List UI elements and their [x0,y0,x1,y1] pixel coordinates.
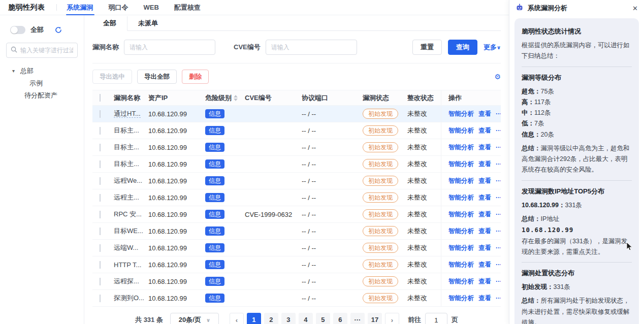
nav-tab[interactable]: 系统漏洞 [67,0,93,15]
more-actions-icon[interactable]: ··· [496,295,501,302]
smart-analysis-link[interactable]: 智能分析 [448,177,474,185]
nav-tab[interactable]: 弱口令 [109,0,128,15]
view-link[interactable]: 查看 [478,210,491,219]
refresh-icon[interactable] [55,26,62,34]
list-tab[interactable]: 全部 [92,16,127,31]
more-filters-link[interactable]: 更多∨ [484,43,501,52]
table-row[interactable]: 通过HT... 10.68.120.99 信息 -- / -- 初始发现 未整改… [92,106,501,122]
tree-node[interactable]: ▾ 待分配资产 [6,89,78,102]
row-checkbox[interactable] [100,160,101,168]
smart-analysis-link[interactable]: 智能分析 [448,294,474,303]
export-all-button[interactable]: 导出全部 [137,70,177,84]
view-link[interactable]: 查看 [478,277,491,286]
row-checkbox[interactable] [100,211,101,218]
select-all-checkbox[interactable] [100,94,101,102]
smart-analysis-link[interactable]: 智能分析 [448,261,474,269]
vuln-name-cell: 远程We... [114,176,148,185]
page-button[interactable]: 17 [368,313,382,324]
row-checkbox[interactable] [100,144,101,151]
close-icon[interactable]: ✕ [632,5,638,12]
more-actions-icon[interactable]: ··· [496,244,501,251]
view-link[interactable]: 查看 [478,110,491,118]
table-row[interactable]: 远端W... 10.68.120.99 信息 -- / -- 初始发现 未整改 … [92,240,501,256]
tree-search-input[interactable] [20,47,73,54]
smart-analysis-link[interactable]: 智能分析 [448,277,474,286]
prev-page-button[interactable]: ‹ [230,313,244,324]
more-actions-icon[interactable]: ··· [496,144,501,151]
tree-node[interactable]: ▾ 总部 [6,65,78,77]
nav-tab[interactable]: 配置核查 [174,0,201,15]
smart-analysis-link[interactable]: 智能分析 [448,244,474,252]
next-page-button[interactable]: › [385,313,399,324]
smart-analysis-link[interactable]: 智能分析 [448,110,474,118]
tree-node[interactable]: ▾ 示例 [6,77,78,89]
smart-analysis-link[interactable]: 智能分析 [448,227,474,236]
delete-button[interactable]: 删除 [182,70,209,84]
smart-analysis-link[interactable]: 智能分析 [448,210,474,219]
all-toggle-switch[interactable] [10,26,25,34]
view-link[interactable]: 查看 [478,227,491,236]
more-actions-icon[interactable]: ··· [496,228,501,235]
table-row[interactable]: 远程We... 10.68.120.99 信息 -- / -- 初始发现 未整改… [92,173,501,189]
smart-analysis-link[interactable]: 智能分析 [448,193,474,202]
view-link[interactable]: 查看 [478,126,491,135]
row-checkbox[interactable] [100,278,101,285]
table-row[interactable]: 目标主... 10.68.120.99 信息 -- / -- 初始发现 未整改 … [92,122,501,139]
page-button[interactable]: 5 [316,313,330,324]
view-link[interactable]: 查看 [478,244,491,252]
page-size-select[interactable]: 20条/页∨ [170,313,219,324]
page-button[interactable]: 1 [247,313,261,324]
row-checkbox[interactable] [100,177,101,185]
list-tab[interactable]: 未派单 [127,16,169,31]
row-checkbox[interactable] [100,194,101,202]
export-selected-button[interactable]: 导出选中 [92,70,132,84]
smart-analysis-link[interactable]: 智能分析 [448,126,474,135]
table-row[interactable]: 远程主... 10.68.120.99 信息 -- / -- 初始发现 未整改 … [92,189,501,206]
table-row[interactable]: 目标WE... 10.68.120.99 信息 -- / -- 初始发现 未整改… [92,223,501,240]
view-link[interactable]: 查看 [478,143,491,152]
table-row[interactable]: 探测到O... 10.68.120.99 信息 -- / -- 初始发现 未整改… [92,290,501,307]
more-actions-icon[interactable]: ··· [496,278,501,285]
sort-icon[interactable] [234,95,238,101]
page-button[interactable]: 4 [299,313,313,324]
more-actions-icon[interactable]: ··· [496,127,501,134]
row-checkbox[interactable] [100,261,101,269]
query-button[interactable]: 查询 [448,40,477,55]
more-actions-icon[interactable]: ··· [496,177,501,184]
cve-input[interactable] [266,40,357,55]
view-link[interactable]: 查看 [478,294,491,303]
table-row[interactable]: 远程探... 10.68.120.99 信息 -- / -- 初始发现 未整改 … [92,273,501,290]
table-row[interactable]: HTTP T... 10.68.120.99 信息 -- / -- 初始发现 未… [92,256,501,273]
page-button[interactable]: 2 [264,313,278,324]
more-actions-icon[interactable]: ··· [496,261,501,268]
goto-page-input[interactable] [425,313,447,324]
toggle-label: 全部 [30,25,44,35]
row-checkbox[interactable] [100,110,101,118]
status-badge: 初始发现 [363,293,398,303]
more-actions-icon[interactable]: ··· [496,110,501,117]
table-row[interactable]: 目标主... 10.68.120.99 信息 -- / -- 初始发现 未整改 … [92,156,501,173]
page-button[interactable]: 6 [333,313,347,324]
page-button[interactable]: ··· [350,313,365,324]
page-button[interactable]: 3 [281,313,296,324]
row-checkbox[interactable] [100,244,101,252]
smart-analysis-link[interactable]: 智能分析 [448,160,474,169]
row-checkbox[interactable] [100,127,101,135]
table-row[interactable]: 目标主... 10.68.120.99 信息 -- / -- 初始发现 未整改 … [92,139,501,156]
more-actions-icon[interactable]: ··· [496,211,501,218]
view-link[interactable]: 查看 [478,261,491,269]
more-actions-icon[interactable]: ··· [496,160,501,168]
ip-stat-line: 10.68.120.99：331条 [522,200,632,211]
table-row[interactable]: RPC 安... 10.68.120.99 信息 CVE-1999-0632 -… [92,206,501,223]
row-checkbox[interactable] [100,228,101,235]
more-actions-icon[interactable]: ··· [496,194,501,201]
smart-analysis-link[interactable]: 智能分析 [448,143,474,152]
view-link[interactable]: 查看 [478,160,491,169]
reset-button[interactable]: 重置 [412,40,442,55]
nav-tab[interactable]: WEB [144,0,159,15]
view-link[interactable]: 查看 [478,177,491,185]
column-settings-gear-icon[interactable]: ⚙ [494,73,501,80]
vuln-name-input[interactable] [124,40,215,55]
view-link[interactable]: 查看 [478,193,491,202]
row-checkbox[interactable] [100,295,101,302]
